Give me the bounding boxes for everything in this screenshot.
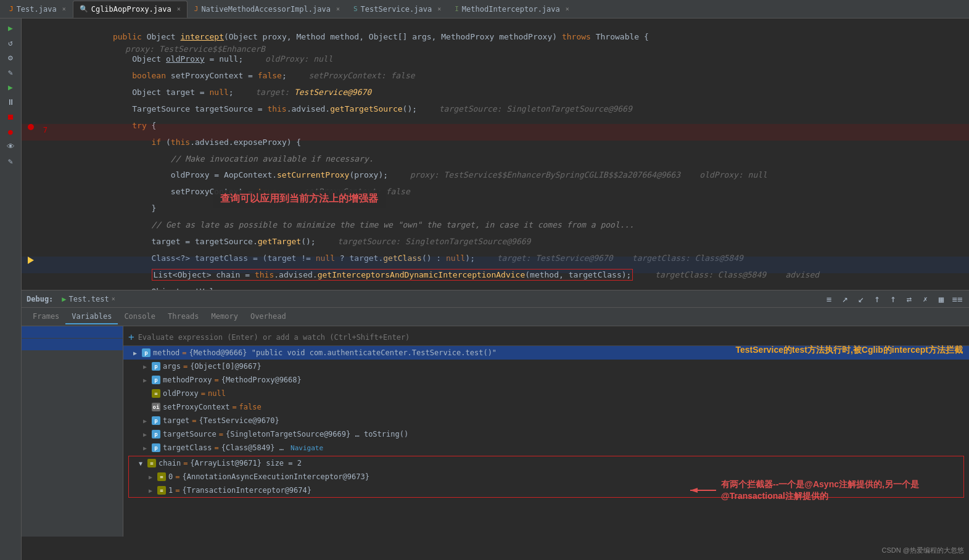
var-icon-methodproxy: p — [152, 376, 160, 384]
var-expand-targetsource[interactable]: ▶ — [141, 430, 149, 439]
tab-test-java[interactable]: J Test.java × — [2, 1, 73, 18]
tab-overhead[interactable]: Overhead — [244, 310, 292, 324]
var-expand-setproxycontext — [141, 403, 149, 411]
debug-tabs: Frames Variables Console Threads Memory — [22, 308, 969, 326]
var-expand-methodproxy[interactable]: ▶ — [141, 376, 149, 384]
tab-close-1[interactable]: × — [177, 6, 181, 12]
toolbar-run-to-cursor-btn[interactable]: ↑ — [886, 292, 900, 306]
tab-bar: J Test.java × 🔍 CglibAopProxy.java × J N… — [0, 0, 969, 19]
debug-toolbar: ≡ ↗ ↙ ↑ ↑ ⇄ ✗ ▦ ≡≡ — [822, 292, 964, 306]
tab-console[interactable]: Console — [118, 310, 162, 324]
tab-label-interceptor: MethodInterceptor.java — [462, 5, 560, 14]
var-eq-chain-1: = — [175, 486, 179, 495]
var-icon-chain: = — [147, 459, 156, 467]
var-expand-chain[interactable]: ▼ — [136, 459, 145, 467]
var-row-setproxycontext[interactable]: oi setProxyContext = false — [123, 400, 969, 414]
var-icon-chain-0: = — [157, 472, 166, 481]
var-expand-chain-1[interactable]: ▶ — [146, 486, 155, 495]
gutter-breakpoint-icon[interactable]: ● — [4, 125, 17, 138]
code-line-8: // Make invocation available if necessar… — [22, 141, 969, 157]
tab-frames[interactable]: Frames — [27, 310, 65, 324]
tab-native[interactable]: J NativeMethodAccessorImpl.java × — [188, 1, 347, 18]
gutter-run-icon[interactable]: ▶ — [4, 21, 17, 35]
var-key-methodproxy: methodProxy — [163, 376, 212, 384]
annotation-intercept-text: TestService的test方法执行时,被Cglib的intercept方法… — [736, 345, 963, 355]
gutter-reload-icon[interactable]: ↺ — [4, 36, 17, 49]
debug-session-tab[interactable]: ▶ Test.test × — [58, 294, 118, 305]
code-line-14: Class<?> targetClass = (target != null ?… — [22, 240, 969, 257]
eval-input[interactable] — [138, 333, 964, 342]
var-expand-args[interactable]: ▶ — [141, 362, 149, 371]
execution-arrow — [28, 257, 34, 264]
tab-variables[interactable]: Variables — [65, 310, 118, 324]
tab-cglib[interactable]: 🔍 CglibAopProxy.java × — [73, 1, 188, 18]
toolbar-grid-btn[interactable]: ▦ — [934, 292, 948, 306]
toolbar-step-out-btn[interactable]: ↑ — [870, 292, 884, 306]
var-expand-targetclass[interactable]: ▶ — [141, 443, 149, 452]
tab-label: Test.java — [17, 5, 57, 14]
code-line-9: oldProxy = AopContext.setCurrentProxy(pr… — [22, 157, 969, 173]
debug-session-name: Test.test — [69, 295, 109, 303]
tab-close-2[interactable]: × — [336, 6, 340, 12]
arrow-svg — [685, 481, 716, 500]
var-val-target: {TestService@9670} — [199, 416, 279, 425]
toolbar-step-into-btn[interactable]: ↙ — [854, 292, 868, 306]
annotation-chain-text: 有两个拦截器--一个是@Async注解提供的,另一个是@Transactiona… — [721, 479, 963, 503]
tab-close-3[interactable]: × — [437, 6, 441, 12]
frames-item-1[interactable] — [22, 326, 123, 338]
cglib-java-icon: 🔍 — [80, 5, 88, 13]
toolbar-list-btn[interactable]: ≡≡ — [950, 292, 964, 306]
var-row-chain[interactable]: ▼ = chain = {ArrayList@9671} size = 2 — [129, 456, 963, 470]
var-expand-method[interactable]: ▶ — [131, 348, 139, 357]
frames-item-2[interactable] — [22, 339, 123, 350]
left-gutter: ▶ ↺ ⚙ ✎ ▶ ⏸ ⏹ ● 👁 ✎ — [0, 19, 22, 560]
eval-add-btn[interactable]: + — [128, 331, 134, 343]
var-eq-targetclass: = — [214, 443, 218, 452]
var-icon-chain-1: = — [157, 486, 166, 495]
gutter-pause-icon[interactable]: ⏸ — [4, 95, 17, 109]
code-line-10: setProxyContext = true; setProxyContext:… — [22, 173, 969, 190]
debug-close-session[interactable]: × — [112, 295, 115, 302]
var-row-oldproxy[interactable]: = oldProxy = null — [123, 387, 969, 400]
tab-memory[interactable]: Memory — [205, 310, 244, 324]
annotation-chain: 有两个拦截器--一个是@Async注解提供的,另一个是@Transactiona… — [685, 479, 963, 503]
var-expand-target[interactable]: ▶ — [141, 416, 149, 425]
gutter-stop-icon[interactable]: ⏹ — [4, 110, 17, 123]
code-line-1: public Object intercept(Object proxy, Me… — [22, 19, 969, 41]
tab-close-4[interactable]: × — [566, 6, 569, 12]
tab-close-0[interactable]: × — [62, 6, 66, 12]
debug-run-icon: ▶ — [62, 295, 66, 303]
toolbar-step-over-btn[interactable]: ↗ — [838, 292, 852, 306]
toolbar-close-btn[interactable]: ✗ — [918, 292, 932, 306]
code-line-2: Object oldProxy = null; oldProxy: null — [22, 41, 969, 57]
code-line-11: } — [22, 190, 969, 207]
gutter-settings-icon[interactable]: ⚙ — [4, 51, 17, 64]
var-val-chain-1: {TransactionInterceptor@9674} — [182, 486, 311, 495]
var-row-target[interactable]: ▶ p target = {TestService@9670} — [123, 414, 969, 427]
annotation-query-text: 查询可以应用到当前方法上的增强器 — [220, 193, 378, 204]
var-eq-methodproxy: = — [214, 376, 218, 384]
line-gutter-15 — [27, 257, 35, 264]
eval-bar: + — [123, 329, 969, 346]
toolbar-evaluate-btn[interactable]: ⇄ — [902, 292, 916, 306]
gutter-play-icon[interactable]: ▶ — [4, 80, 17, 94]
tab-threads[interactable]: Threads — [162, 310, 205, 324]
var-row-args[interactable]: ▶ p args = {Object[0]@9667} — [123, 360, 969, 373]
navigate-link-targetclass[interactable]: Navigate — [291, 444, 323, 452]
breakpoint-7 — [28, 124, 34, 130]
gutter-eye-icon[interactable]: 👁 — [4, 139, 17, 153]
var-val-chain: {ArrayList@9671} size = 2 — [190, 459, 302, 467]
gutter-pencil-icon[interactable]: ✎ — [4, 154, 17, 168]
main-content: public Object intercept(Object proxy, Me… — [22, 19, 969, 560]
var-row-targetclass[interactable]: ▶ p targetClass = {Class@5849} … Navigat… — [123, 441, 969, 455]
var-expand-chain-0[interactable]: ▶ — [146, 472, 155, 481]
var-row-targetsource[interactable]: ▶ p targetSource = {SingletonTargetSourc… — [123, 427, 969, 441]
tab-testservice[interactable]: S TestService.java × — [347, 1, 448, 18]
arrow-left — [685, 481, 716, 501]
code-line-7: 7 if (this.advised.exposeProxy) { — [22, 124, 969, 141]
toolbar-settings-btn[interactable]: ≡ — [822, 292, 836, 306]
var-row-methodproxy[interactable]: ▶ p methodProxy = {MethodProxy@9668} — [123, 373, 969, 387]
gutter-edit-icon[interactable]: ✎ — [4, 65, 17, 79]
var-val-method: {Method@9666} "public void com.authentic… — [189, 348, 497, 357]
tab-methodinterceptor[interactable]: I MethodInterceptor.java × — [448, 1, 576, 18]
